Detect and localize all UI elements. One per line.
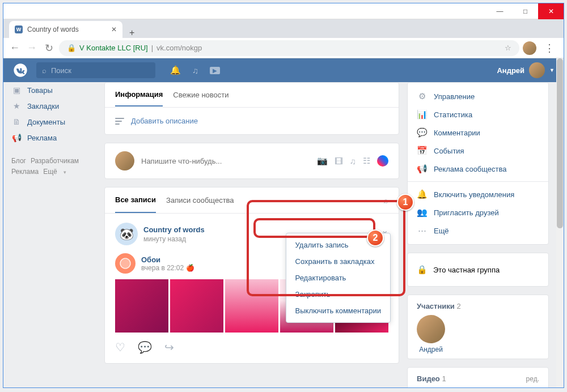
notifications-icon[interactable]: 🔔 [170,65,181,75]
footer-more-link[interactable]: Ещё [43,168,57,176]
window-minimize-button[interactable]: — [487,3,513,19]
camera-icon[interactable]: 📷 [317,156,328,166]
calendar-icon: 📅 [417,146,427,156]
sidebar-item-documents[interactable]: 🗎Документы [11,114,96,130]
members-count: 2 [456,302,460,310]
search-input[interactable]: ⌕ Поиск [36,62,155,78]
bell-icon: 🔔 [417,189,427,199]
right-enable-notifications[interactable]: 🔔Включить уведомления [408,185,548,203]
theme-icon[interactable] [377,155,388,167]
more-icon: ⋯ [417,225,427,236]
right-manage[interactable]: ⚙Управление [408,87,548,105]
music-note-icon[interactable]: ♫ [350,156,356,166]
add-description-link[interactable]: Добавить описание [105,108,399,134]
wall-search-icon[interactable]: ⌕ [383,195,388,205]
nav-back-button[interactable]: ← [8,42,22,54]
lock-icon: 🔒 [67,44,76,52]
videos-edit-link[interactable]: ред. [526,375,539,383]
browser-tab[interactable]: W Country of words ✕ [9,21,122,38]
video-icon[interactable]: 🎞 [335,156,343,166]
sidebar-item-ads[interactable]: 📢Реклама [11,130,96,146]
right-invite-friends[interactable]: 👥Пригласить друзей [408,203,548,221]
tab-close-icon[interactable]: ✕ [111,25,117,33]
document-icon: 🗎 [11,117,22,126]
post-author-avatar[interactable]: 🐼 [115,223,138,245]
repost-author-name[interactable]: Обои [141,255,194,264]
browser-menu-icon[interactable]: ⋮ [540,42,559,54]
stats-icon: 📊 [417,109,427,120]
tab-news[interactable]: Свежие новости [173,84,229,106]
nav-reload-button[interactable]: ↻ [42,42,56,54]
nav-forward-button[interactable]: → [25,42,39,54]
share-icon[interactable]: ↪ [164,340,174,354]
post-author-name[interactable]: Country of words [143,225,205,234]
more-attach-icon[interactable]: ☷ [363,156,370,166]
annotation-1: 1 [397,194,414,211]
right-stats[interactable]: 📊Статистика [408,105,548,123]
wall-tab-community[interactable]: Записи сообщества [166,188,234,212]
tab-title: Country of words [27,25,79,33]
videos-count: 1 [442,374,446,383]
menu-edit-post[interactable]: Редактировать [286,270,390,286]
gear-icon: ⚙ [417,91,427,101]
url-path: vk.com/nokgp [156,44,202,52]
videos-title[interactable]: Видео [417,374,440,383]
new-tab-button[interactable]: + [122,28,141,38]
star-icon[interactable]: ☆ [505,44,511,52]
comment-icon: 💬 [417,127,427,138]
annotation-2: 2 [367,229,384,246]
tab-info[interactable]: Информация [115,83,163,106]
invite-icon: 👥 [417,207,427,218]
sidebar-item-bookmarks[interactable]: ★Закладки [11,98,96,114]
username: Андрей [497,66,524,75]
megaphone-icon: 📢 [11,133,22,142]
sidebar-footer: БлогРазработчикам РекламаЕщё ▾ [11,156,96,177]
url-secure: V Kontakte LLC [RU] [79,44,148,52]
lock-icon: 🔒 [417,265,428,275]
window-maximize-button[interactable]: □ [513,3,538,19]
vk-logo-icon[interactable] [12,62,28,78]
right-more[interactable]: ⋯Ещё [408,221,548,240]
address-bar[interactable]: 🔒 V Kontakte LLC [RU] | vk.com/nokgp ☆ [59,40,519,56]
video-play-icon[interactable]: ▶ [210,67,220,74]
page-scrollbar[interactable] [556,58,564,387]
chevron-down-icon: ▼ [549,67,555,73]
right-community-ads[interactable]: 📢Реклама сообщества [408,160,548,178]
search-icon: ⌕ [42,66,46,75]
menu-save-bookmark[interactable]: Сохранить в закладках [286,253,390,270]
right-events[interactable]: 📅События [408,142,548,160]
text-lines-icon [115,118,124,125]
post-time: минуту назад [143,235,205,243]
menu-pin-post[interactable]: Закрепить [286,286,390,302]
comment-icon[interactable]: 💬 [138,340,152,354]
menu-disable-comments[interactable]: Выключить комментарии [286,302,390,319]
right-comments[interactable]: 💬Комментарии [408,123,548,142]
repost-time: вчера в 22:02 🍎 [141,264,194,272]
like-icon[interactable]: ♡ [115,340,125,354]
window-close-button[interactable]: ✕ [538,3,564,19]
wall-tab-all[interactable]: Все записи [115,188,156,213]
megaphone-icon: 📢 [417,164,427,174]
star-icon: ★ [11,101,22,110]
sidebar-item-goods[interactable]: ▣Товары [11,82,96,98]
member-avatar [417,315,445,343]
footer-blog-link[interactable]: Блог [11,157,26,165]
user-menu[interactable]: Андрей ▼ [497,62,555,78]
favicon-icon: W [15,25,23,33]
composer-input[interactable] [141,157,310,165]
repost-author-avatar[interactable] [115,253,136,274]
footer-ads-link[interactable]: Реклама [11,168,39,176]
members-title[interactable]: Участники [417,302,455,310]
footer-dev-link[interactable]: Разработчикам [31,157,79,165]
add-description-label: Добавить описание [131,117,198,125]
search-placeholder: Поиск [51,66,71,75]
composer-avatar [115,151,134,171]
member-item[interactable]: Андрей [417,315,445,353]
goods-icon: ▣ [11,86,22,95]
music-icon[interactable]: ♫ [192,66,198,75]
private-group-label: 🔒Это частная группа [408,258,548,282]
user-avatar [529,62,545,78]
browser-profile-avatar[interactable] [523,41,536,55]
member-name: Андрей [417,346,445,353]
